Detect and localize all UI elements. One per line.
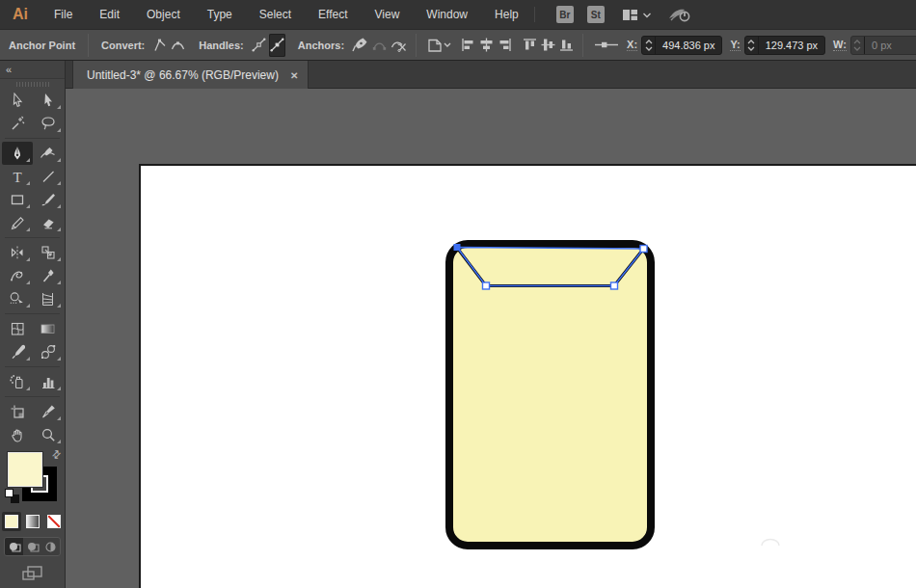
eraser-tool[interactable]: [33, 211, 64, 234]
w-stepper: [851, 37, 865, 54]
gpu-performance-icon[interactable]: [667, 6, 692, 23]
artwork-layer: [66, 89, 916, 588]
anchor-point-selected[interactable]: [454, 244, 461, 251]
collapse-chevrons-icon: «: [6, 64, 12, 75]
toolbar-grip[interactable]: [16, 82, 49, 87]
y-field-group: Y: 129.473 px: [730, 36, 825, 55]
column-graph-tool[interactable]: [33, 370, 64, 393]
paint-style-buttons: [0, 512, 65, 531]
w-label: W:: [833, 39, 847, 51]
x-stepper[interactable]: [642, 37, 656, 54]
align-vertical-bottom-button[interactable]: [558, 34, 575, 57]
align-horizontal-right-button[interactable]: [497, 34, 513, 57]
draw-normal-button[interactable]: [5, 538, 23, 555]
width-tool[interactable]: [2, 264, 33, 287]
paintbrush-tool[interactable]: [33, 188, 64, 211]
stock-button[interactable]: St: [587, 6, 605, 23]
workspace-switcher[interactable]: [622, 8, 652, 22]
cut-path-button[interactable]: [390, 34, 408, 57]
lasso-tool[interactable]: [33, 112, 64, 135]
zoom-tool[interactable]: [33, 423, 64, 446]
menu-effect[interactable]: Effect: [305, 0, 361, 29]
type-tool[interactable]: T: [2, 165, 33, 188]
menu-help[interactable]: Help: [481, 0, 532, 29]
menu-window[interactable]: Window: [413, 0, 481, 29]
puppet-warp-tool[interactable]: [33, 264, 64, 287]
blend-tool[interactable]: [33, 340, 64, 363]
w-field-group: W: 0 px: [833, 36, 916, 55]
fill-swatch[interactable]: [8, 452, 42, 487]
draw-inside-button[interactable]: [41, 538, 60, 555]
x-label[interactable]: X:: [627, 39, 637, 51]
envelope-artwork[interactable]: [449, 244, 651, 546]
menu-object[interactable]: Object: [133, 0, 194, 29]
convert-to-corner-button[interactable]: [151, 34, 168, 57]
x-value[interactable]: 494.836 px: [656, 37, 721, 54]
gradient-tool[interactable]: [33, 317, 64, 340]
swap-fill-stroke-icon[interactable]: ⇄: [49, 447, 65, 463]
direct-selection-tool[interactable]: [33, 89, 64, 112]
bridge-button[interactable]: Br: [556, 6, 574, 23]
align-horizontal-center-button[interactable]: [478, 34, 495, 57]
align-vertical-top-button[interactable]: [522, 34, 538, 57]
y-value[interactable]: 129.473 px: [759, 37, 824, 54]
gradient-button[interactable]: [23, 512, 42, 531]
hand-tool[interactable]: [2, 423, 33, 446]
fill-stroke-controls: ⇄: [0, 446, 65, 510]
rectangle-tool[interactable]: [2, 188, 33, 211]
scale-tool[interactable]: [33, 241, 64, 264]
convert-to-smooth-button[interactable]: [170, 34, 186, 57]
menu-edit[interactable]: Edit: [86, 0, 133, 29]
y-input[interactable]: 129.473 px: [744, 36, 825, 55]
curvature-tool[interactable]: [33, 142, 64, 165]
y-stepper[interactable]: [745, 37, 759, 54]
canvas-pasteboard[interactable]: [66, 89, 916, 588]
envelope-body-shape[interactable]: [449, 244, 651, 546]
y-label[interactable]: Y:: [730, 39, 740, 51]
pen-tool[interactable]: [2, 142, 33, 165]
eyedropper-tool[interactable]: [2, 340, 33, 363]
handles-label: Handles:: [199, 40, 243, 51]
toolbar-collapse-button[interactable]: «: [0, 61, 65, 79]
color-button[interactable]: [2, 512, 21, 531]
perspective-grid-tool[interactable]: [33, 287, 64, 310]
none-button[interactable]: [44, 512, 64, 531]
anchor-point[interactable]: [640, 246, 647, 253]
remove-anchor-button[interactable]: [351, 34, 369, 57]
line-segment-tool[interactable]: [33, 165, 64, 188]
x-field-group: X: 494.836 px: [627, 36, 722, 55]
selection-tool[interactable]: [2, 89, 33, 112]
w-input: 0 px: [850, 36, 916, 55]
artboard-tool[interactable]: [2, 400, 33, 423]
anchor-point[interactable]: [611, 282, 618, 289]
toolbar-separator: [5, 396, 60, 397]
draw-behind-button[interactable]: [23, 538, 41, 555]
symbol-sprayer-tool[interactable]: [2, 370, 33, 393]
anchor-point[interactable]: [483, 282, 490, 289]
magic-wand-tool[interactable]: [2, 112, 33, 135]
menu-select[interactable]: Select: [246, 0, 305, 29]
x-input[interactable]: 494.836 px: [641, 36, 722, 55]
show-handles-button[interactable]: [251, 34, 267, 57]
slice-tool[interactable]: [33, 400, 64, 423]
shape-builder-tool[interactable]: [2, 287, 33, 310]
menu-file[interactable]: File: [40, 0, 86, 29]
hide-handles-button[interactable]: [269, 34, 285, 57]
reflect-tool[interactable]: [2, 241, 33, 264]
isolate-selected-object-button[interactable]: [424, 34, 453, 57]
menubar-divider: [534, 7, 535, 22]
faint-arc-artifact: [762, 540, 779, 547]
close-tab-icon[interactable]: ✕: [290, 69, 298, 81]
menu-view[interactable]: View: [362, 0, 414, 29]
mesh-tool[interactable]: [2, 317, 33, 340]
align-vertical-center-button[interactable]: [540, 34, 556, 57]
document-tab[interactable]: Untitled-3* @ 66.67% (RGB/Preview) ✕: [72, 61, 309, 89]
connect-endpoints-button[interactable]: [371, 34, 388, 57]
menu-type[interactable]: Type: [194, 0, 246, 29]
tools-panel: « T: [0, 61, 66, 588]
align-horizontal-left-button[interactable]: [460, 34, 476, 57]
pencil-tool[interactable]: [2, 211, 33, 234]
change-screen-mode[interactable]: [0, 565, 65, 582]
illustrator-logo[interactable]: Ai: [0, 6, 40, 23]
default-fill-stroke-icon[interactable]: [5, 489, 19, 503]
